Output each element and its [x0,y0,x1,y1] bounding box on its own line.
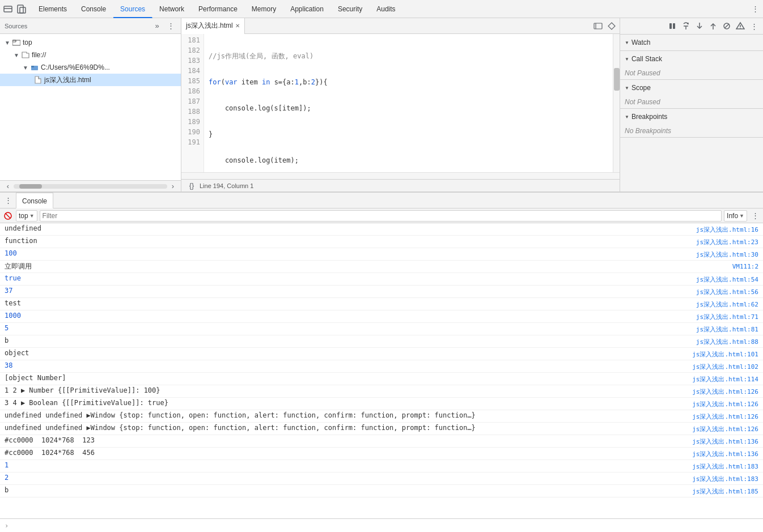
dock-icon[interactable] [2,3,14,15]
console-row-source[interactable]: js深入浅出.html:183 [673,474,758,483]
code-scrollbar-v[interactable] [613,34,620,172]
code-tab-icons [592,20,620,32]
breakpoints-content: No Breakpoints [620,125,763,137]
sidebar-more-icon[interactable]: » [151,20,163,32]
console-row: 1js深入浅出.html:183 [0,460,763,473]
console-row: [object Number]js深入浅出.html:114 [0,373,763,385]
tree-item-users[interactable]: ▼ C:/Users/%E6%9D%... [0,61,181,74]
console-row-source[interactable]: js深入浅出.html:102 [673,361,758,371]
tab-performance[interactable]: Performance [192,0,245,18]
scope-section: ▼ Scope Not Paused [620,80,763,109]
console-row-source[interactable]: js深入浅出.html:62 [673,299,758,309]
svg-line-17 [724,24,729,28]
console-row-source[interactable]: js深入浅出.html:56 [673,287,758,296]
console-row-source[interactable]: js深入浅出.html:54 [673,274,758,284]
scroll-track[interactable] [14,184,167,189]
tree-item-top[interactable]: ▼ top [0,36,181,49]
console-row-source[interactable]: js深入浅出.html:126 [673,386,758,396]
console-row: 1000js深入浅出.html:71 [0,310,763,323]
navigate-to-file-icon[interactable] [606,20,617,32]
tab-elements[interactable]: Elements [32,0,74,18]
svg-point-20 [740,28,741,29]
console-row-source[interactable]: js深入浅出.html:136 [673,436,758,446]
svg-rect-10 [669,23,672,29]
topbar-left-icons [2,3,27,15]
console-row: undefined undefined ▶Window {stop: funct… [0,423,763,435]
console-row-value: 1 2 ▶ Number {[[PrimitiveValue]]: 100} [5,386,673,394]
svg-rect-3 [20,7,26,13]
tab-network[interactable]: Network [152,0,192,18]
console-row-source[interactable]: js深入浅出.html:23 [673,237,758,246]
console-more-icon[interactable]: ⋮ [2,195,14,206]
console-row-source[interactable]: js深入浅出.html:136 [673,449,758,458]
console-filter-input[interactable] [40,210,722,222]
console-settings-icon[interactable]: ⋮ [749,210,761,222]
console-row-source[interactable]: VM111:2 [673,262,758,270]
console-row-source[interactable]: js深入浅出.html:16 [673,224,758,234]
console-row-source[interactable]: js深入浅出.html:126 [673,411,758,421]
console-row-source[interactable]: js深入浅出.html:183 [673,461,758,471]
tab-application[interactable]: Application [283,0,331,18]
sidebar-menu-icon[interactable]: ⋮ [165,20,176,32]
sidebar-scrollbar[interactable]: ‹ › [0,180,181,191]
console-row-value: 3 4 ▶ Boolean {[[PrimitiveValue]]: true} [5,399,673,407]
console-row-value: 100 [5,249,673,257]
console-clear-btn[interactable] [2,210,14,222]
tab-console[interactable]: Console [74,0,113,18]
console-row-source[interactable]: js深入浅出.html:81 [673,324,758,334]
console-input[interactable] [11,522,758,530]
more-right-icon[interactable]: ⋮ [748,20,760,32]
console-context-select[interactable]: top ▼ [16,210,37,222]
step-out-btn[interactable] [707,20,719,32]
console-row-source[interactable]: js深入浅出.html:126 [673,424,758,433]
tab-security[interactable]: Security [331,0,370,18]
console-row-source[interactable]: js深入浅出.html:185 [673,486,758,496]
tree-item-file[interactable]: ▼ file:// [0,49,181,61]
console-row-value: #cc0000 1024*768 123 [5,436,673,444]
console-row-source[interactable]: js深入浅出.html:126 [673,399,758,408]
console-row: 100js深入浅出.html:30 [0,248,763,261]
console-row-value: b [5,486,673,494]
console-row-source[interactable]: js深入浅出.html:88 [673,337,758,346]
code-tab-close[interactable]: ✕ [235,23,240,29]
console-row: 立即调用VM111:2 [0,261,763,273]
watch-section-header[interactable]: ▼ Watch [620,35,763,50]
code-content[interactable]: //js作用域(全局, 函数, eval) for(var item in s=… [204,34,613,172]
pause-on-exception-btn[interactable] [735,20,746,32]
pause-resume-btn[interactable] [667,20,678,32]
scroll-left-icon[interactable]: ‹ [2,181,14,192]
breakpoints-header[interactable]: ▼ Breakpoints [620,109,763,125]
console-row-source[interactable]: js深入浅出.html:30 [673,249,758,259]
undock-icon[interactable] [16,3,27,15]
code-line-185: console.log(item); [209,155,608,165]
scope-header[interactable]: ▼ Scope [620,80,763,96]
tree-item-file-html[interactable]: js深入浅出.html [0,74,181,86]
more-tools-icon[interactable]: ⋮ [749,3,761,15]
format-code-icon[interactable]: {} [186,180,197,191]
tab-sources[interactable]: Sources [113,0,152,18]
call-stack-header[interactable]: ▼ Call Stack [620,51,763,67]
step-over-btn[interactable] [680,20,692,32]
code-scrollbar-h[interactable] [181,172,620,179]
console-row-source[interactable]: js深入浅出.html:101 [673,349,758,359]
code-tab-html[interactable]: js深入浅出.html ✕ [181,18,245,34]
scroll-right-icon[interactable]: › [167,181,179,192]
tab-memory[interactable]: Memory [245,0,283,18]
format-sources-icon[interactable] [592,20,604,32]
console-row-source[interactable]: js深入浅出.html:71 [673,312,758,321]
svg-rect-7 [31,66,34,67]
console-level-select[interactable]: Info ▼ [724,210,747,222]
code-line-182: for(var item in s={a:1,b:2}){ [209,77,608,87]
console-output: undefinedjs深入浅出.html:16functionjs深入浅出.ht… [0,223,763,518]
step-into-btn[interactable] [694,20,705,32]
console-tab[interactable]: Console [16,193,53,208]
svg-rect-11 [673,23,675,29]
console-row-source[interactable]: js深入浅出.html:114 [673,374,758,384]
scope-triangle: ▼ [625,86,629,91]
console-row-value: undefined undefined ▶Window {stop: funct… [5,411,673,419]
code-tab-label: js深入浅出.html [186,21,233,31]
deactivate-breakpoints-btn[interactable] [721,20,732,32]
console-row: undefined undefined ▶Window {stop: funct… [0,410,763,423]
console-row: 3 4 ▶ Boolean {[[PrimitiveValue]]: true}… [0,398,763,410]
tab-audits[interactable]: Audits [370,0,402,18]
